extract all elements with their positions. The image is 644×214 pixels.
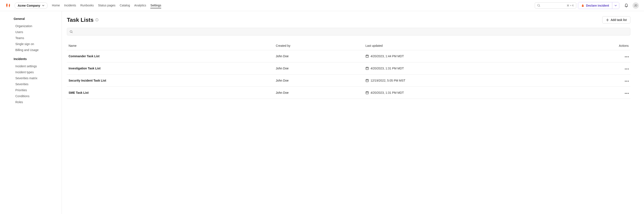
sidebar-item-incident-types[interactable]: Incident types bbox=[15, 69, 62, 75]
sidebar-item-roles[interactable]: Roles bbox=[15, 99, 62, 105]
task-list-created-by: John Doe bbox=[276, 54, 366, 58]
global-search[interactable]: ⌘ + K bbox=[535, 2, 576, 9]
svg-point-3 bbox=[97, 19, 97, 20]
calendar-icon bbox=[366, 79, 369, 82]
calendar-icon bbox=[366, 54, 369, 58]
svg-rect-21 bbox=[366, 92, 368, 94]
svg-rect-9 bbox=[366, 55, 368, 57]
calendar-icon bbox=[366, 91, 369, 94]
sidebar-item-priorities[interactable]: Priorities bbox=[15, 87, 62, 93]
nav-home[interactable]: Home bbox=[52, 3, 60, 8]
sidebar-item-severities-matrix[interactable]: Severities matrix bbox=[15, 75, 62, 81]
sidebar-item-users[interactable]: Users bbox=[15, 29, 62, 35]
column-header-last-updated: Last updated bbox=[366, 44, 584, 47]
row-actions-button[interactable] bbox=[584, 93, 629, 94]
nav-runbooks[interactable]: Runbooks bbox=[80, 3, 94, 8]
column-header-actions: Actions bbox=[584, 44, 629, 47]
table-row[interactable]: Commander Task ListJohn Doe4/20/2023, 1:… bbox=[67, 50, 630, 62]
top-navigation: Acme Company Home Incidents Runbooks Sta… bbox=[0, 0, 644, 11]
app-logo bbox=[5, 3, 11, 9]
sidebar-item-incident-settings[interactable]: Incident settings bbox=[15, 63, 62, 69]
main-content: Task Lists Add task list Name Created by… bbox=[62, 11, 644, 214]
task-list-created-by: John Doe bbox=[276, 79, 366, 82]
task-list-created-by: John Doe bbox=[276, 67, 366, 70]
company-picker[interactable]: Acme Company bbox=[14, 2, 48, 9]
svg-rect-13 bbox=[366, 67, 368, 70]
nav-settings[interactable]: Settings bbox=[150, 3, 161, 8]
nav-analytics[interactable]: Analytics bbox=[134, 3, 146, 8]
add-task-list-label: Add task list bbox=[611, 18, 627, 22]
svg-rect-17 bbox=[366, 79, 368, 82]
declare-incident-dropdown[interactable] bbox=[612, 2, 619, 9]
user-avatar[interactable]: JD bbox=[632, 2, 639, 9]
task-list-last-updated: 4/20/2023, 1:31 PM MDT bbox=[370, 91, 404, 94]
task-list-table: Name Created by Last updated Actions Com… bbox=[67, 41, 630, 99]
task-list-name: SME Task List bbox=[68, 91, 276, 94]
add-task-list-button[interactable]: Add task list bbox=[602, 16, 630, 24]
fire-icon bbox=[581, 4, 584, 7]
row-actions-button[interactable] bbox=[584, 81, 629, 82]
sidebar-item-sso[interactable]: Single sign on bbox=[15, 41, 62, 47]
search-shortcut: ⌘ + K bbox=[567, 4, 574, 7]
svg-line-8 bbox=[72, 32, 72, 33]
row-actions-button[interactable] bbox=[584, 69, 629, 69]
table-row[interactable]: Security Incident Task ListJohn Doe12/19… bbox=[67, 74, 630, 87]
info-icon[interactable] bbox=[95, 18, 98, 22]
search-icon bbox=[537, 4, 540, 7]
sidebar-group-incidents: Incidents bbox=[14, 57, 62, 61]
column-header-created-by: Created by bbox=[276, 44, 366, 47]
nav-incidents[interactable]: Incidents bbox=[64, 3, 76, 8]
task-list-last-updated: 4/20/2023, 1:44 PM MDT bbox=[370, 54, 404, 58]
plus-icon bbox=[606, 18, 609, 22]
notifications-icon[interactable] bbox=[624, 3, 629, 8]
row-actions-button[interactable] bbox=[584, 56, 629, 57]
company-name: Acme Company bbox=[18, 4, 40, 7]
sidebar-item-conditions[interactable]: Conditions bbox=[15, 93, 62, 99]
svg-line-1 bbox=[539, 6, 540, 7]
table-row[interactable]: SME Task ListJohn Doe4/20/2023, 1:31 PM … bbox=[67, 87, 630, 99]
settings-sidebar: General Organization Users Teams Single … bbox=[0, 11, 62, 214]
nav-status-pages[interactable]: Status pages bbox=[98, 3, 116, 8]
sidebar-item-billing[interactable]: Billing and Usage bbox=[15, 47, 62, 53]
chevron-down-icon bbox=[42, 4, 44, 7]
calendar-icon bbox=[366, 67, 369, 70]
task-list-created-by: John Doe bbox=[276, 91, 366, 94]
avatar-initials: JD bbox=[634, 4, 638, 7]
nav-catalog[interactable]: Catalog bbox=[120, 3, 130, 8]
table-header: Name Created by Last updated Actions bbox=[67, 41, 630, 50]
task-list-name: Security Incident Task List bbox=[68, 79, 276, 82]
task-list-search[interactable] bbox=[67, 28, 630, 35]
page-title: Task Lists bbox=[67, 17, 94, 23]
page-header: Task Lists Add task list bbox=[67, 16, 630, 24]
task-list-last-updated: 12/19/2022, 5:05 PM MST bbox=[370, 79, 405, 82]
declare-incident-label: Declare incident bbox=[586, 4, 609, 7]
main-nav: Home Incidents Runbooks Status pages Cat… bbox=[52, 3, 161, 8]
sidebar-item-severities[interactable]: Severities bbox=[15, 81, 62, 87]
task-list-name: Commander Task List bbox=[68, 54, 276, 58]
sidebar-item-organization[interactable]: Organization bbox=[15, 23, 62, 29]
chevron-down-icon bbox=[614, 4, 617, 7]
column-header-name: Name bbox=[68, 44, 276, 47]
sidebar-item-teams[interactable]: Teams bbox=[15, 35, 62, 41]
search-icon bbox=[70, 30, 73, 33]
task-list-name: Investigation Task List bbox=[68, 67, 276, 70]
sidebar-group-general: General bbox=[14, 17, 62, 21]
declare-incident-group: Declare incident bbox=[578, 2, 619, 9]
task-list-search-input[interactable] bbox=[74, 30, 628, 33]
table-row[interactable]: Investigation Task ListJohn Doe4/20/2023… bbox=[67, 62, 630, 74]
task-list-last-updated: 4/20/2023, 1:31 PM MDT bbox=[370, 67, 404, 70]
declare-incident-button[interactable]: Declare incident bbox=[578, 2, 612, 9]
